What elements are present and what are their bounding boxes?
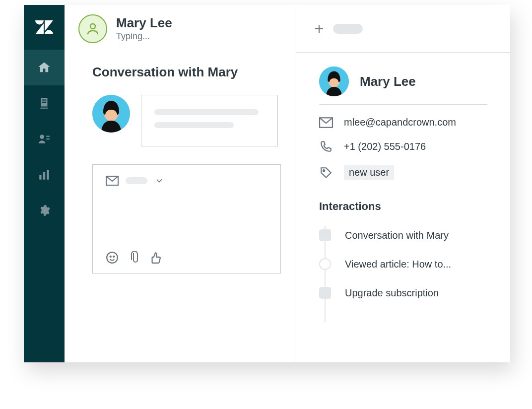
tag-icon: [319, 166, 333, 179]
interaction-label: Upgrade subscription: [345, 287, 439, 299]
svg-rect-4: [46, 138, 50, 139]
svg-rect-0: [42, 99, 47, 100]
interactions-timeline: Conversation with Mary Viewed article: H…: [319, 221, 487, 307]
mail-icon: [319, 117, 333, 128]
requester-avatar-outline: [78, 14, 107, 43]
zendesk-logo: [24, 5, 65, 50]
message-bubble: [141, 95, 278, 146]
profile-section: Mary Lee mlee@capandcrown.com +1 (202) 5…: [296, 53, 510, 307]
document-icon: [38, 97, 51, 110]
nav-home[interactable]: [24, 50, 65, 85]
nav-admin[interactable]: [24, 193, 65, 228]
header-text-block: Mary Lee Typing...: [116, 16, 172, 42]
message-placeholder-line: [154, 109, 259, 115]
profile-header: Mary Lee: [319, 67, 487, 105]
message-avatar: [92, 95, 130, 133]
nav-rail: [24, 5, 65, 362]
phone-icon: [319, 140, 333, 153]
compose-channel-selector[interactable]: [106, 176, 267, 186]
timeline-dot-square: [319, 229, 331, 241]
profile-tag-row[interactable]: new user: [319, 165, 487, 180]
context-panel: Mary Lee mlee@capandcrown.com +1 (202) 5…: [296, 5, 510, 362]
mail-icon: [106, 176, 119, 186]
compose-toolbar: [106, 251, 267, 264]
chevron-down-icon: [154, 176, 164, 186]
bar-chart-icon: [38, 168, 51, 181]
svg-point-14: [113, 256, 114, 257]
thumbs-up-icon[interactable]: [148, 251, 161, 264]
compose-box[interactable]: [92, 164, 281, 273]
svg-rect-1: [42, 102, 47, 103]
svg-rect-3: [46, 136, 50, 137]
nav-views[interactable]: [24, 85, 65, 121]
nav-reports[interactable]: [24, 157, 65, 193]
requester-name: Mary Lee: [116, 16, 172, 30]
interaction-label: Conversation with Mary: [345, 230, 449, 241]
svg-point-8: [90, 24, 95, 29]
typing-status: Typing...: [116, 31, 172, 42]
interactions-heading: Interactions: [319, 200, 487, 213]
svg-rect-6: [43, 172, 45, 180]
svg-point-2: [40, 135, 44, 139]
user-list-icon: [38, 133, 51, 145]
interaction-item[interactable]: Conversation with Mary: [319, 221, 487, 250]
profile-phone-row[interactable]: +1 (202) 555-0176: [319, 140, 487, 153]
gear-icon: [38, 204, 51, 217]
paperclip-icon[interactable]: [128, 251, 139, 264]
conversation-header: Mary Lee Typing...: [65, 5, 296, 53]
svg-rect-7: [47, 170, 49, 180]
conversation-body: Conversation with Mary: [65, 53, 296, 273]
profile-phone: +1 (202) 555-0176: [344, 141, 426, 152]
app-window: Mary Lee Typing... Conversation with Mar…: [24, 5, 510, 362]
svg-rect-5: [39, 175, 41, 180]
svg-point-12: [107, 252, 118, 263]
profile-tag-chip: new user: [344, 165, 394, 180]
timeline-dot-square: [319, 287, 331, 299]
nav-customers[interactable]: [24, 121, 65, 157]
interaction-item[interactable]: Upgrade subscription: [319, 278, 487, 307]
person-outline-icon: [85, 21, 100, 36]
svg-point-18: [323, 170, 325, 171]
tab-placeholder[interactable]: [333, 24, 363, 34]
profile-email-row[interactable]: mlee@capandcrown.com: [319, 117, 487, 128]
home-icon: [37, 61, 51, 74]
interaction-label: Viewed article: How to...: [345, 259, 451, 270]
main-column: Mary Lee Typing... Conversation with Mar…: [65, 5, 296, 362]
timeline-dot-circle: [319, 258, 331, 270]
profile-avatar: [319, 67, 349, 96]
channel-pill-placeholder: [126, 177, 147, 184]
profile-email: mlee@capandcrown.com: [344, 117, 456, 128]
conversation-title: Conversation with Mary: [92, 65, 278, 80]
plus-icon[interactable]: [313, 23, 325, 35]
message-row: [92, 95, 278, 146]
interaction-item[interactable]: Viewed article: How to...: [319, 250, 487, 278]
svg-point-13: [110, 256, 111, 257]
emoji-icon[interactable]: [106, 251, 119, 264]
profile-name: Mary Lee: [360, 74, 416, 89]
message-placeholder-line: [154, 122, 234, 128]
context-tabbar: [296, 5, 510, 53]
